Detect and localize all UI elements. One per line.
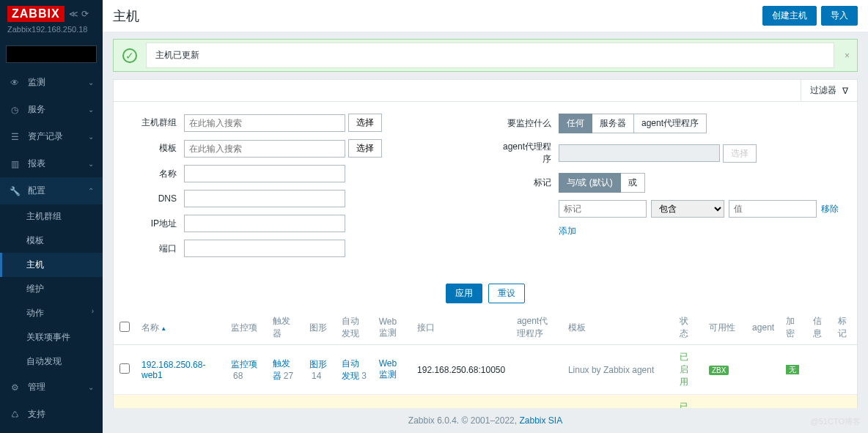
tag-value-input[interactable] xyxy=(729,200,817,218)
templates-cell[interactable]: Generic Java JMX, Linux by Zabbix agent xyxy=(562,395,674,409)
templates-input[interactable] xyxy=(184,140,345,158)
tag-remove[interactable]: 移除 xyxy=(821,203,839,215)
col-discovery: 自动发现 xyxy=(336,311,373,345)
label-ip: IP地址 xyxy=(125,218,184,230)
col-web: Web监测 xyxy=(373,311,411,345)
label-name: 名称 xyxy=(125,168,184,180)
clock-icon: ◷ xyxy=(9,105,21,115)
col-tags: 标记 xyxy=(832,311,857,345)
list-icon: ☰ xyxy=(9,132,21,142)
hostgroups-input[interactable] xyxy=(184,114,345,132)
monitor-radio[interactable]: 任何 服务器 agent代理程序 xyxy=(559,114,707,133)
items-link[interactable]: 监控项 xyxy=(231,359,257,369)
apply-button[interactable]: 应用 xyxy=(446,284,482,303)
select-hostgroups[interactable]: 选择 xyxy=(348,114,382,132)
col-templates: 模板 xyxy=(562,311,674,345)
col-interface: 接口 xyxy=(411,311,511,345)
label-tags: 标记 xyxy=(500,177,559,189)
col-name[interactable]: 名称 xyxy=(136,311,225,345)
col-agent: agent xyxy=(746,311,780,345)
ip-input[interactable] xyxy=(184,215,345,232)
status-link[interactable]: 已启用 xyxy=(680,352,688,387)
import-button[interactable]: 导入 xyxy=(821,6,858,26)
brand-logo[interactable]: ZABBIX xyxy=(7,6,65,22)
nav-inventory[interactable]: ☰资产记录⌄ xyxy=(0,123,103,150)
footer: Zabbix 6.0.4. © 2001–2022, Zabbix SIA xyxy=(103,408,868,433)
select-all-checkbox[interactable] xyxy=(119,322,130,332)
close-icon[interactable]: × xyxy=(837,51,857,61)
sub-actions[interactable]: 动作› xyxy=(0,301,103,325)
chevron-down-icon: ⌄ xyxy=(88,78,94,86)
config-submenu: 主机群组 模板 主机 维护 动作› 关联项事件 自动发现 xyxy=(0,204,103,374)
nav-services[interactable]: ◷服务⌄ xyxy=(0,96,103,123)
status-link[interactable]: 已启用 xyxy=(680,401,688,408)
dns-input[interactable] xyxy=(184,190,345,207)
sub-correlation[interactable]: 关联项事件 xyxy=(0,325,103,349)
search-box[interactable]: 🔍 xyxy=(6,45,97,63)
host-name-link[interactable]: 192.168.250.68-web1 xyxy=(141,360,205,380)
radio-proxy[interactable]: agent代理程序 xyxy=(634,114,707,133)
chevron-down-icon: ⌄ xyxy=(88,106,94,114)
tag-operator-select[interactable]: 包含 xyxy=(651,200,724,218)
wrench-icon: 🔧 xyxy=(9,186,21,196)
label-templates: 模板 xyxy=(125,142,184,155)
encryption-badge: 无 xyxy=(786,365,799,374)
message-text: 主机已更新 xyxy=(146,42,834,68)
interface-cell: 192.168.250.78:10050 xyxy=(411,395,511,409)
templates-cell[interactable]: Linux by Zabbix agent xyxy=(562,345,674,395)
radio-any[interactable]: 任何 xyxy=(559,114,592,133)
radio-or[interactable]: 或 xyxy=(621,173,645,193)
success-message: ✓ 主机已更新 × xyxy=(113,39,858,72)
chart-icon: ▥ xyxy=(9,159,21,169)
select-templates[interactable]: 选择 xyxy=(348,139,382,158)
filter-toggle[interactable]: 过滤器 ∇ xyxy=(801,80,857,101)
filter-panel: 过滤器 ∇ 主机群组选择 模板选择 名称 DNS IP地址 端口 要监控什么 任… xyxy=(113,79,858,408)
nav-support[interactable]: ♺支持 xyxy=(0,401,103,428)
port-input[interactable] xyxy=(184,240,345,257)
expand-icon[interactable]: ⟳ xyxy=(81,9,89,19)
table-row: 192.168.250.78 Tomcat 监控项64 触发器21 图形11 自… xyxy=(114,395,857,409)
label-dns: DNS xyxy=(125,193,184,204)
label-hostgroups: 主机群组 xyxy=(125,116,184,129)
web-link[interactable]: Web监测 xyxy=(379,358,397,380)
tag-name-input[interactable] xyxy=(559,200,647,218)
graphs-link[interactable]: 图形 xyxy=(309,359,327,369)
main-content: 主机 创建主机 导入 ✓ 主机已更新 × 过滤器 ∇ 主机群组选择 模板选择 名… xyxy=(103,0,868,433)
table-row: 192.168.250.68-web1 监控项68 触发器27 图形14 自动发… xyxy=(114,345,857,395)
row-checkbox[interactable] xyxy=(119,363,130,374)
server-name: Zabbix192.168.250.18 xyxy=(7,25,95,34)
sub-hosts[interactable]: 主机 xyxy=(0,253,103,277)
gear-icon: ⚙ xyxy=(9,382,21,393)
sub-discovery[interactable]: 自动发现 xyxy=(0,349,103,374)
chevron-down-icon: ⌄ xyxy=(88,133,94,141)
nav-admin[interactable]: ⚙管理⌄ xyxy=(0,374,103,401)
nav-config[interactable]: 🔧配置⌃ xyxy=(0,177,103,204)
col-status[interactable]: 状态 xyxy=(674,311,703,345)
col-graphs: 图形 xyxy=(304,311,336,345)
eye-icon: 👁 xyxy=(9,78,21,88)
nav-reports[interactable]: ▥报表⌄ xyxy=(0,150,103,177)
radio-andor[interactable]: 与/或 (默认) xyxy=(559,173,621,193)
tags-evaltype[interactable]: 与/或 (默认) 或 xyxy=(559,173,645,193)
sub-templates[interactable]: 模板 xyxy=(0,229,103,253)
tag-add[interactable]: 添加 xyxy=(559,225,576,237)
radio-server[interactable]: 服务器 xyxy=(592,114,634,133)
reset-button[interactable]: 重设 xyxy=(488,284,525,303)
collapse-icon[interactable]: ≪ xyxy=(69,9,78,19)
sub-maintenance[interactable]: 维护 xyxy=(0,277,103,301)
nav-monitoring[interactable]: 👁监测⌄ xyxy=(0,69,103,96)
create-host-button[interactable]: 创建主机 xyxy=(762,6,817,26)
name-input[interactable] xyxy=(184,165,345,182)
discovery-link[interactable]: 自动发现 xyxy=(342,358,359,381)
nav-integrations[interactable]: ZIntegrations xyxy=(0,428,103,433)
support-icon: ♺ xyxy=(9,410,21,420)
page-title: 主机 xyxy=(113,7,139,25)
check-icon: ✓ xyxy=(122,48,137,63)
availability-cell: ZBX JMX xyxy=(703,395,746,409)
sub-host-groups[interactable]: 主机群组 xyxy=(0,204,103,229)
label-agentproxy: agent代理程序 xyxy=(500,141,559,166)
hosts-table: 名称 监控项 触发器 图形 自动发现 Web监测 接口 agent代理程序 模板… xyxy=(114,311,857,408)
footer-link[interactable]: Zabbix SIA xyxy=(519,415,562,426)
col-triggers: 触发器 xyxy=(267,311,304,345)
col-info: 信息 xyxy=(807,311,832,345)
